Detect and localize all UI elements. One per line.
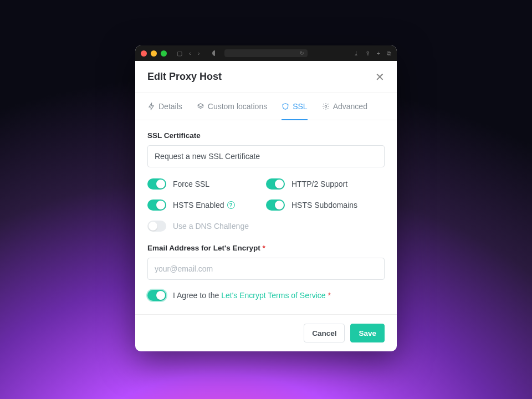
- agree-prefix: I Agree to the: [173, 291, 221, 300]
- agree-text: I Agree to the Let's Encrypt Terms of Se…: [173, 291, 331, 300]
- required-marker: *: [326, 291, 331, 300]
- hsts-subdomains-label: HSTS Subdomains: [291, 201, 357, 209]
- tab-label: Details: [158, 102, 182, 111]
- tab-details[interactable]: Details: [147, 94, 182, 120]
- force-ssl-toggle-row: Force SSL: [147, 178, 266, 190]
- dns-challenge-toggle-row: Use a DNS Challenge: [147, 221, 385, 232]
- share-icon[interactable]: ⇪: [365, 50, 370, 57]
- dns-challenge-label: Use a DNS Challenge: [173, 222, 249, 231]
- ssl-certificate-select[interactable]: [147, 145, 385, 167]
- cancel-button[interactable]: Cancel: [304, 324, 345, 342]
- svg-point-0: [325, 105, 327, 108]
- toggle-grid: Force SSL HTTP/2 Support HSTS Enabled ? …: [147, 178, 385, 232]
- help-icon[interactable]: ?: [227, 201, 235, 209]
- tab-custom-locations[interactable]: Custom locations: [197, 94, 267, 120]
- http2-toggle-row: HTTP/2 Support: [266, 178, 385, 190]
- hsts-toggle[interactable]: [147, 200, 166, 211]
- email-label: Email Address for Let's Encrypt *: [147, 244, 385, 252]
- required-marker: *: [260, 244, 265, 252]
- save-button[interactable]: Save: [350, 324, 385, 342]
- address-bar[interactable]: ↻: [224, 49, 308, 57]
- lightning-icon: [147, 103, 155, 110]
- layers-icon: [197, 103, 204, 110]
- forward-icon[interactable]: ›: [198, 50, 200, 57]
- tab-label: Advanced: [333, 102, 367, 111]
- shield-icon: [282, 103, 289, 110]
- http2-toggle[interactable]: [266, 178, 285, 190]
- http2-label: HTTP/2 Support: [291, 180, 347, 188]
- force-ssl-label: Force SSL: [173, 180, 209, 188]
- reader-mode-icon: [212, 50, 218, 56]
- new-tab-icon[interactable]: +: [377, 50, 380, 57]
- tabs-overview-icon[interactable]: ⧉: [387, 50, 391, 57]
- email-label-text: Email Address for Let's Encrypt: [147, 244, 260, 252]
- modal-body: SSL Certificate Force SSL HTTP/2 Support…: [135, 120, 397, 314]
- browser-titlebar: ▢ ‹ › ↻ ⤓ ⇪ + ⧉: [135, 45, 397, 61]
- hsts-toggle-row: HSTS Enabled ?: [147, 200, 266, 211]
- hsts-label: HSTS Enabled ?: [173, 201, 235, 209]
- ssl-certificate-label: SSL Certificate: [147, 131, 385, 140]
- browser-window: ▢ ‹ › ↻ ⤓ ⇪ + ⧉ Edit Proxy Host ✕: [135, 45, 397, 351]
- hsts-subdomains-toggle[interactable]: [266, 200, 285, 211]
- tab-advanced[interactable]: Advanced: [322, 94, 367, 120]
- modal-footer: Cancel Save: [135, 314, 397, 351]
- tab-bar: Details Custom locations SSL Advanced: [135, 93, 397, 120]
- tos-link[interactable]: Let's Encrypt Terms of Service: [221, 291, 325, 300]
- download-icon[interactable]: ⤓: [354, 50, 359, 57]
- desktop-background: ▢ ‹ › ↻ ⤓ ⇪ + ⧉ Edit Proxy Host ✕: [0, 0, 532, 399]
- email-input[interactable]: [147, 258, 385, 280]
- gear-icon: [322, 103, 330, 110]
- tab-label: SSL: [293, 102, 307, 111]
- back-icon[interactable]: ‹: [189, 50, 191, 57]
- tab-ssl[interactable]: SSL: [282, 94, 307, 120]
- reload-icon[interactable]: ↻: [300, 50, 304, 56]
- dns-challenge-toggle[interactable]: [147, 221, 166, 232]
- hsts-subdomains-toggle-row: HSTS Subdomains: [266, 200, 385, 211]
- modal-title: Edit Proxy Host: [147, 71, 222, 83]
- sidebar-toggle-icon[interactable]: ▢: [177, 50, 182, 57]
- traffic-lights: [141, 50, 167, 57]
- titlebar-left-controls: ▢ ‹ ›: [177, 50, 200, 57]
- titlebar-right-controls: ⤓ ⇪ + ⧉: [354, 50, 391, 57]
- close-modal-button[interactable]: ✕: [375, 71, 385, 83]
- agree-toggle[interactable]: [147, 290, 166, 301]
- tab-label: Custom locations: [208, 102, 267, 111]
- close-icon: ✕: [375, 71, 385, 83]
- minimize-window-icon[interactable]: [151, 50, 157, 57]
- maximize-window-icon[interactable]: [161, 50, 167, 57]
- modal-header: Edit Proxy Host ✕: [135, 61, 397, 93]
- agree-row: I Agree to the Let's Encrypt Terms of Se…: [147, 290, 385, 301]
- force-ssl-toggle[interactable]: [147, 178, 166, 190]
- close-window-icon[interactable]: [141, 50, 147, 57]
- hsts-label-text: HSTS Enabled: [173, 201, 224, 209]
